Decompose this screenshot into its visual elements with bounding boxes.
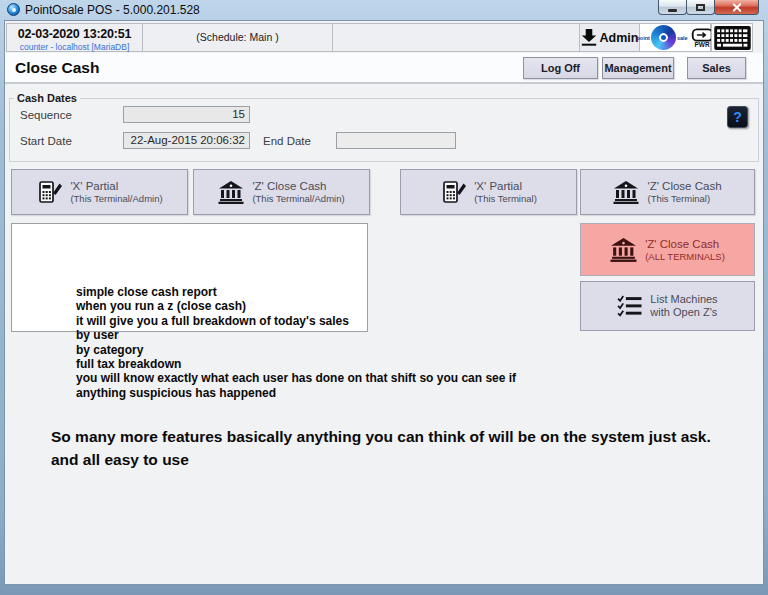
brand-panel: point sale PWR: [639, 23, 711, 52]
note-line: full tax breakdown: [76, 357, 516, 371]
checklist-icon: [617, 294, 642, 319]
close-icon: [731, 2, 742, 13]
sales-button[interactable]: Sales: [687, 57, 746, 79]
page-title: Close Cash: [15, 59, 99, 77]
x-partial-admin-button[interactable]: 'X' Partial (This Terminal/Admin): [11, 169, 188, 215]
page-header: Close Cash Log Off Management Sales: [5, 53, 763, 84]
cash-dates-groupbox: [9, 98, 759, 162]
datetime-panel[interactable]: 02-03-2020 13:20:51 counter - localhost …: [6, 23, 143, 52]
list-machines-button[interactable]: List Machines with Open Z's: [580, 281, 755, 331]
admin-button[interactable]: Admin: [579, 23, 640, 52]
footer-note: So many more features basically anything…: [51, 425, 711, 471]
note-line: simple close cash report: [76, 285, 516, 299]
management-button[interactable]: Management: [602, 57, 674, 79]
calculator-pencil-icon: [440, 179, 466, 205]
pwr-label: PWR: [695, 41, 710, 48]
button-sublabel: (This Terminal/Admin): [252, 193, 344, 204]
keyboard-icon: [714, 26, 751, 50]
keyboard-button[interactable]: [711, 23, 753, 52]
maximize-icon: [696, 4, 705, 11]
note-line: when you run a z (close cash): [76, 299, 516, 313]
logo-text-right: sale: [677, 35, 688, 41]
log-off-button[interactable]: Log Off: [523, 57, 598, 79]
admin-label: Admin: [600, 31, 639, 45]
note-line: it will give you a full breakdown of tod…: [76, 314, 516, 328]
notes-text: simple close cash report when you run a …: [76, 285, 516, 400]
app-logo-icon: [7, 3, 20, 16]
title-bar[interactable]: PointOsale POS - 5.000.201.528: [0, 0, 768, 20]
z-close-cash-admin-button[interactable]: 'Z' Close Cash (This Terminal/Admin): [193, 169, 370, 215]
pointosale-logo-icon: [651, 25, 676, 50]
note-line: by user: [76, 328, 516, 342]
end-date-field[interactable]: [336, 132, 456, 149]
button-label: 'Z' Close Cash: [252, 180, 344, 192]
client-area: 02-03-2020 13:20:51 counter - localhost …: [4, 20, 764, 585]
button-sublabel: (This Terminal/Admin): [70, 193, 162, 204]
button-sublabel: (ALL TERMINALS): [645, 251, 725, 262]
footer-line: and all easy to use: [51, 448, 711, 471]
connection-info: counter - localhost [MariaDB]: [7, 42, 142, 52]
end-date-label: End Date: [263, 135, 311, 147]
minimize-button[interactable]: [658, 0, 687, 15]
cash-dates-label: Cash Dates: [14, 92, 80, 104]
z-close-cash-terminal-button[interactable]: 'Z' Close Cash (This Terminal): [580, 169, 755, 215]
window-title: PointOsale POS - 5.000.201.528: [25, 3, 200, 17]
calculator-pencil-icon: [36, 179, 62, 205]
bank-icon: [218, 181, 244, 204]
note-line: anything suspicious has happened: [76, 386, 516, 400]
button-label: 'X' Partial: [70, 180, 162, 192]
bank-icon: [613, 181, 639, 204]
x-partial-terminal-button[interactable]: 'X' Partial (This Terminal): [400, 169, 577, 215]
help-button[interactable]: ?: [727, 106, 748, 128]
minimize-icon: [668, 9, 677, 12]
current-datetime: 02-03-2020 13:20:51: [7, 27, 142, 41]
app-window: PointOsale POS - 5.000.201.528 02-03-202…: [0, 0, 768, 595]
button-sublabel: (This Terminal): [647, 193, 721, 204]
button-label: List Machines: [650, 293, 717, 306]
sequence-field[interactable]: 15: [123, 106, 250, 123]
close-button[interactable]: [714, 0, 759, 15]
start-date-label: Start Date: [20, 135, 72, 147]
sequence-label: Sequence: [20, 109, 72, 121]
bank-icon: [610, 238, 637, 262]
window-controls: [659, 0, 759, 15]
button-label: 'Z' Close Cash: [647, 180, 721, 192]
button-sublabel: with Open Z's: [650, 306, 717, 319]
button-label: 'Z' Close Cash: [645, 238, 725, 250]
note-line: by category: [76, 343, 516, 357]
button-label: 'X' Partial: [474, 180, 537, 192]
z-close-cash-all-terminals-button[interactable]: 'Z' Close Cash (ALL TERMINALS): [580, 223, 755, 276]
download-arrow-icon: [581, 29, 597, 46]
start-date-field[interactable]: 22-Aug-2015 20:06:32: [123, 132, 250, 149]
note-line: you will know exactly what each user has…: [76, 371, 516, 385]
footer-line: So many more features basically anything…: [51, 425, 711, 448]
button-sublabel: (This Terminal): [474, 193, 537, 204]
pointosale-logo: point sale: [636, 25, 687, 50]
maximize-button[interactable]: [686, 0, 715, 15]
header-spacer: [332, 23, 580, 52]
schedule-panel: (Schedule: Main ): [142, 23, 333, 52]
logo-text-left: point: [636, 35, 649, 41]
